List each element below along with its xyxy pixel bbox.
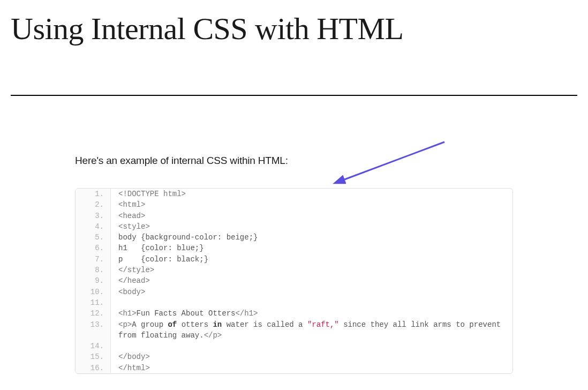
- line-number: 15.: [76, 351, 111, 362]
- code-text: </body>: [111, 351, 512, 362]
- code-line: 6.h1 {color: blue;}: [76, 243, 512, 253]
- code-line: 15.</body>: [76, 351, 512, 362]
- line-number: 3.: [76, 211, 111, 221]
- line-number: 8.: [76, 265, 111, 275]
- code-text: <head>: [111, 211, 512, 221]
- code-line: 12.<h1>Fun Facts About Otters</h1>: [76, 308, 512, 319]
- line-number: 1.: [76, 189, 111, 199]
- intro-text: Here's an example of internal CSS within…: [75, 155, 513, 167]
- code-line: 4.<style>: [76, 221, 512, 232]
- code-text: </html>: [111, 363, 512, 373]
- code-text: h1 {color: blue;}: [111, 243, 512, 253]
- code-text: [111, 297, 512, 308]
- content-area: Here's an example of internal CSS within…: [0, 155, 588, 374]
- code-text: <h1>Fun Facts About Otters</h1>: [111, 308, 512, 319]
- line-number: 14.: [76, 341, 111, 351]
- code-text: p {color: black;}: [111, 254, 512, 265]
- code-text: <body>: [111, 287, 512, 297]
- code-text: </style>: [111, 265, 512, 275]
- code-text: <html>: [111, 199, 512, 210]
- line-number: 10.: [76, 287, 111, 297]
- line-number: 4.: [76, 221, 111, 232]
- section-divider: [11, 95, 577, 96]
- code-text: </head>: [111, 275, 512, 286]
- code-line: 9.</head>: [76, 275, 512, 286]
- page-title: Using Internal CSS with HTML: [0, 0, 588, 47]
- code-text: <p>A group of otters in water is called …: [111, 319, 512, 341]
- line-number: 5.: [76, 232, 111, 243]
- line-number: 2.: [76, 199, 111, 210]
- code-example: 1.<!DOCTYPE html>2.<html>3.<head>4.<styl…: [75, 188, 513, 374]
- code-text: <!DOCTYPE html>: [111, 189, 512, 199]
- line-number: 6.: [76, 243, 111, 253]
- code-line: 8.</style>: [76, 265, 512, 275]
- code-line: 16.</html>: [76, 363, 512, 373]
- code-line: 2.<html>: [76, 199, 512, 210]
- code-line: 14.: [76, 341, 512, 351]
- line-number: 11.: [76, 297, 111, 308]
- line-number: 7.: [76, 254, 111, 265]
- code-line: 7.p {color: black;}: [76, 254, 512, 265]
- line-number: 9.: [76, 275, 111, 286]
- code-line: 11.: [76, 297, 512, 308]
- code-text: body {background-color: beige;}: [111, 232, 512, 243]
- line-number: 13.: [76, 319, 111, 341]
- code-line: 3.<head>: [76, 211, 512, 221]
- code-line: 10.<body>: [76, 287, 512, 297]
- code-text: [111, 341, 512, 351]
- code-line: 13.<p>A group of otters in water is call…: [76, 319, 512, 341]
- code-line: 1.<!DOCTYPE html>: [76, 189, 512, 199]
- line-number: 16.: [76, 363, 111, 373]
- line-number: 12.: [76, 308, 111, 319]
- code-text: <style>: [111, 221, 512, 232]
- code-line: 5.body {background-color: beige;}: [76, 232, 512, 243]
